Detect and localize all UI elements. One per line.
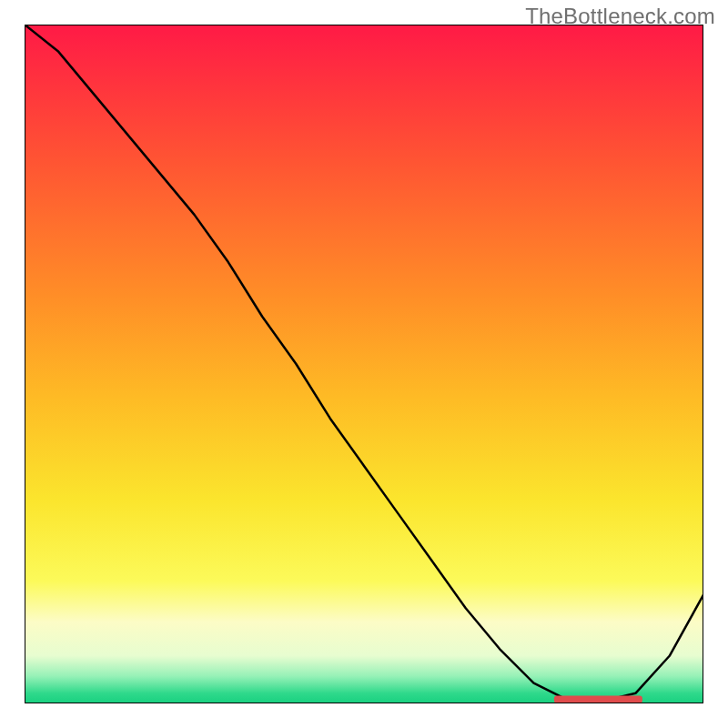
chart-container: TheBottleneck.com [0,0,728,728]
optimal-marker [554,695,642,703]
chart-svg [25,25,703,703]
chart-background [25,25,703,703]
chart-plot-area [25,25,703,703]
